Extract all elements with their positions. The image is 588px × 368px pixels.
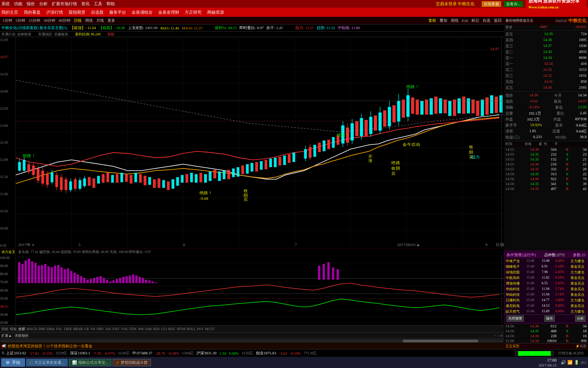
tf-5min[interactable]: 5分钟 (15, 18, 27, 23)
ask3-price[interactable]: 14.37 (543, 43, 552, 49)
bid3-price[interactable]: 14.32 (543, 73, 552, 79)
close-alert-btn[interactable]: 关闭预警 (506, 315, 524, 322)
menu-system[interactable]: 系统 (1, 1, 10, 7)
right-panel-header-trend[interactable]: 势 (516, 18, 519, 23)
ind-tab-dmi[interactable]: DMI (38, 327, 45, 331)
taskbar-app-0[interactable]: ⬡ 方正证券友发通... (26, 359, 67, 366)
menu-function[interactable]: 功能 (14, 1, 22, 7)
right-panel-header-val[interactable]: 值 (523, 18, 526, 23)
nav-sh-sz[interactable]: 沪深行情 (46, 9, 63, 15)
ind-tab-fsl[interactable]: FSL (56, 327, 62, 331)
five-stock-type[interactable]: 五宝买型 (505, 344, 519, 349)
right-panel-header-link[interactable]: 联 (519, 18, 523, 23)
ind-tab-mtm[interactable]: MTM (177, 327, 185, 331)
bid5-price[interactable]: 14.30 (543, 85, 552, 90)
nav-futures[interactable]: 股指期货 (69, 9, 85, 15)
bid2-price[interactable]: 14.33 (543, 67, 552, 73)
tf-more[interactable]: 更多 (106, 18, 116, 23)
menu-help[interactable]: 帮助 (106, 1, 115, 7)
alert-list-item[interactable]: 中航高科 15:40 11.82 6.10% 黄金买点 (505, 275, 587, 281)
ind-tab-cr[interactable]: CR (84, 327, 89, 331)
bid4-price[interactable]: 14.31 (544, 79, 553, 84)
tf-weekly[interactable]: 周线 (84, 18, 94, 23)
ind-tab-env[interactable]: ENV (112, 327, 120, 331)
ind-tab-sar[interactable]: SAR (145, 327, 152, 331)
link-quote-btn[interactable]: 关联报价 (15, 333, 29, 338)
alert-list-item[interactable]: 日播时尚 15:40 14.77 1.86% 主力建仓 (505, 298, 587, 303)
alert-list-item[interactable]: 绿地控股 15:40 7.96 2.45% 主力建仓 (505, 270, 587, 275)
ind-group-indicator[interactable]: 指标 (1, 327, 8, 332)
ind-tab-wr[interactable]: WR (138, 327, 144, 331)
ind-tab-dma[interactable]: DMA (47, 327, 55, 331)
alert-list-item[interactable]: 华灿科技 15:40 11.94 3.74% 黄金买点 (505, 292, 587, 298)
tool-overlay[interactable]: 叠加 (439, 18, 448, 23)
tool-watchlist[interactable]: 自选 (482, 18, 491, 23)
right-panel-header-main[interactable]: 主 (526, 18, 530, 23)
candlestick-svg[interactable]: 绝路！ 绝路！ 绝路！ 绝路！ -9.68 收 阴 买 开 涨 绝路 收阴 买 … (16, 37, 504, 248)
ask2-price[interactable]: 14.36 (543, 49, 552, 55)
alert-list-item[interactable]: 铜峰电子 15:40 6.91 5.18% 黄金买点 (505, 264, 587, 270)
operate-btn[interactable]: 操作 (544, 315, 555, 322)
menu-info[interactable]: 资讯 (81, 1, 90, 7)
ind-tab-trix[interactable]: TRIX (64, 327, 72, 331)
business-btn[interactable]: 业务办... (504, 1, 523, 7)
alert-list-item[interactable]: 博瑞传播 15:40 6.55 2.83% 黄金买点 (505, 281, 587, 286)
analysis-btn[interactable]: 分析 (575, 315, 586, 322)
right-panel-header-right[interactable]: 右 (530, 18, 533, 23)
ind-tab-boll[interactable]: BOLL (187, 327, 196, 331)
ask1-price[interactable]: 14.34 (543, 55, 552, 61)
alert-list-item[interactable]: 华灿科技 15:40 11.94 3.74% 黄金买点 (505, 286, 587, 292)
start-button[interactable]: ⊞ 开始 (1, 359, 25, 367)
ind-tab-macd[interactable]: MACD (27, 327, 37, 331)
menu-tools[interactable]: 工具 (94, 1, 102, 7)
ask5-price[interactable]: 14.39 (544, 32, 553, 37)
tool-mark[interactable]: 标记 (470, 18, 480, 23)
ask4-price[interactable]: 14.38 (543, 38, 552, 43)
menu-extend[interactable]: 扩展市场行情 (52, 1, 77, 7)
ind-tab-brar[interactable]: BRAR (73, 327, 83, 331)
menu-analysis[interactable]: 分析 (39, 1, 48, 7)
simple-mode[interactable]: ⚡简图 (575, 344, 587, 349)
alert-list-item[interactable]: 康尼机电 15:40 14.53 5.60% 黄金买点 (505, 303, 587, 309)
tf-60min[interactable]: 60分钟 (58, 18, 71, 23)
bid1-price[interactable]: 14.34 (544, 61, 553, 67)
ind-tab-all[interactable]: 全部 (18, 327, 25, 332)
ind-group-template[interactable]: 模板 (10, 327, 17, 332)
indicator-svg[interactable] (16, 255, 504, 325)
ind-tab-voltdx[interactable]: VOL-TDX (121, 327, 136, 331)
tool-restore[interactable]: 复权 (427, 18, 437, 23)
ind-tab-psy[interactable]: PSY (197, 327, 203, 331)
nav-watchlist[interactable]: 自选股 (91, 9, 104, 15)
tool-draw[interactable]: 画线 (450, 18, 460, 23)
alert-list-item[interactable]: 中体产业 15:40 15.08 4.36% 主力建仓 (505, 258, 587, 264)
online-service-btn[interactable]: 在线客服 (482, 1, 501, 7)
nav-margin[interactable]: 两融资源 (207, 9, 224, 15)
ind-tab-mcst[interactable]: MCST (205, 327, 215, 331)
nav-jqy[interactable]: 金泉涌组合 (132, 9, 153, 15)
right-panel-header-price[interactable]: 价 (509, 18, 512, 23)
nav-my-watch[interactable]: 我的看盘 (24, 9, 41, 15)
menu-quote[interactable]: 报价 (27, 1, 35, 7)
tool-f10[interactable]: F10 (461, 19, 469, 23)
ind-tab-vr[interactable]: VR (90, 327, 95, 331)
nav-fz[interactable]: 方正研究 (185, 9, 202, 15)
alert-list-item[interactable]: 皖天然气 15:40 15.89 4.06% 主力建仓 (505, 309, 587, 314)
tf-30min[interactable]: 30分钟 (43, 18, 56, 23)
right-panel-header-vol[interactable]: 量 (505, 18, 509, 23)
nav-service[interactable]: 服务平台 (109, 9, 126, 15)
taskbar-app-1[interactable]: 📊 指标公式分享交... (69, 359, 111, 366)
nav-jqf[interactable]: 金泉友理财 (158, 9, 179, 15)
ind-tab-obv[interactable]: OBV (97, 327, 104, 331)
scroll-bar[interactable] (0, 339, 504, 343)
tf-daily[interactable]: 日线 (73, 18, 83, 23)
tf-1min[interactable]: 1分钟 (1, 18, 13, 23)
ind-tab-roc[interactable]: ROC (168, 327, 176, 331)
expand-btn[interactable]: 扩展▲ (1, 333, 12, 338)
ind-tab-asi[interactable]: ASI (105, 327, 111, 331)
tf-15min[interactable]: 15分钟 (28, 18, 41, 23)
right-panel-header-detail[interactable]: 细 (512, 18, 516, 23)
taskbar-app-2[interactable]: ⚔ 梦想回航战斗群 (113, 359, 151, 366)
ind-tab-kdj[interactable]: KDJ (153, 327, 160, 331)
tf-monthly[interactable]: 月线 (95, 18, 105, 23)
nav-my-home[interactable]: 我的主页 (1, 9, 18, 15)
